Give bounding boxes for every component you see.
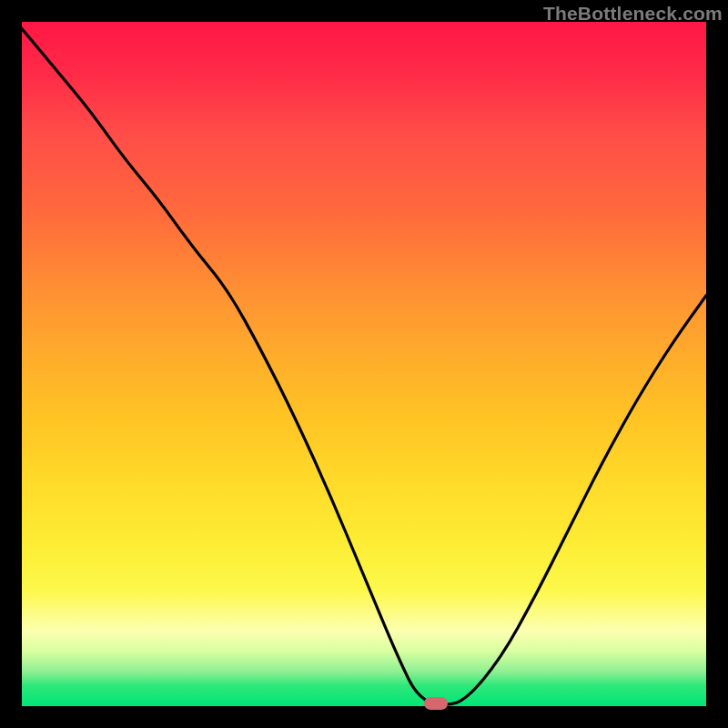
- bottleneck-curve: [22, 22, 706, 706]
- watermark-text: TheBottleneck.com: [543, 3, 723, 25]
- chart-container: TheBottleneck.com: [0, 0, 728, 728]
- plot-area: [22, 22, 706, 706]
- optimal-point-marker: [424, 697, 448, 710]
